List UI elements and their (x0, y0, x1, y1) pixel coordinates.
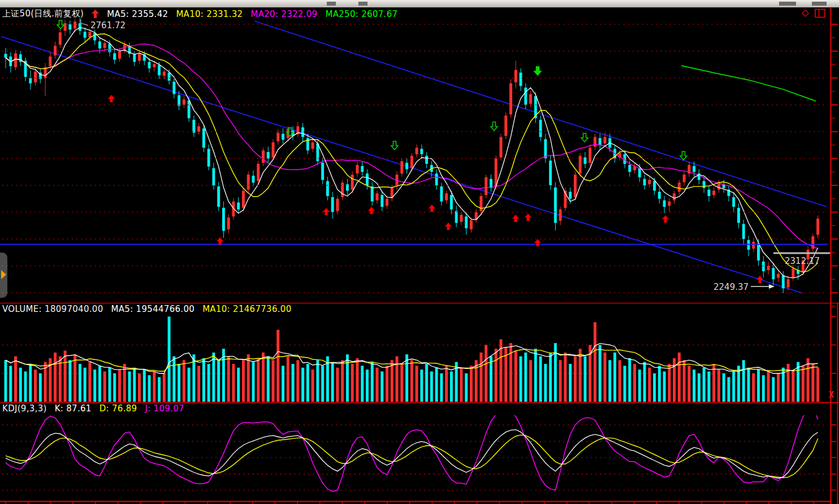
ma5-value: MA5: 2355.42 (107, 9, 168, 19)
level-price-label: 2312.17 (785, 256, 820, 266)
ma20-value: MA20: 2322.09 (250, 9, 317, 19)
ma10-value: MA10: 2331.32 (176, 9, 243, 19)
up-arrow-icon (92, 10, 99, 18)
volume-ma10-value: MA10: 21467736.00 (202, 304, 291, 314)
symbol-title: 上证50(日线.前复权) (2, 8, 84, 19)
expander-arrow-icon (1, 270, 6, 279)
volume-ma5-value: MA5: 19544766.00 (111, 304, 195, 314)
kdj-d-value: D: 76.89 (100, 403, 137, 414)
sidebar-expander-handle[interactable] (0, 253, 7, 298)
kdj-name: KDJ(9,3,3) (2, 403, 47, 414)
stock-chart-app: { "main_header": { "title": "上证50(日线.前复权… (0, 0, 839, 504)
diamond-tool-icon[interactable] (801, 8, 810, 18)
peak-price-label: 2761.72 (90, 20, 126, 31)
kdj-k-value: K: 87.61 (55, 403, 92, 414)
kdj-j-value: J: 109.07 (145, 403, 184, 414)
chart-canvas[interactable]: 2761.722312.172249.37 (0, 0, 839, 504)
indicator-close-x[interactable]: X (829, 390, 834, 400)
low-price-label: 2249.37 (713, 282, 749, 292)
volume-value: VOLUME: 18097040.00 (2, 304, 103, 314)
main-chart-header: 上证50(日线.前复权) MA5: 2355.42 MA10: 2331.32 … (2, 8, 397, 19)
split-window-icon[interactable] (815, 8, 826, 18)
chart-toolbar (801, 8, 826, 18)
volume-header: VOLUME: 18097040.00 MA5: 19544766.00 MA1… (2, 304, 292, 314)
ma250-value: MA250: 2607.67 (325, 9, 397, 19)
kdj-header: KDJ(9,3,3) K: 87.61 D: 76.89 J: 109.07 (2, 403, 184, 414)
